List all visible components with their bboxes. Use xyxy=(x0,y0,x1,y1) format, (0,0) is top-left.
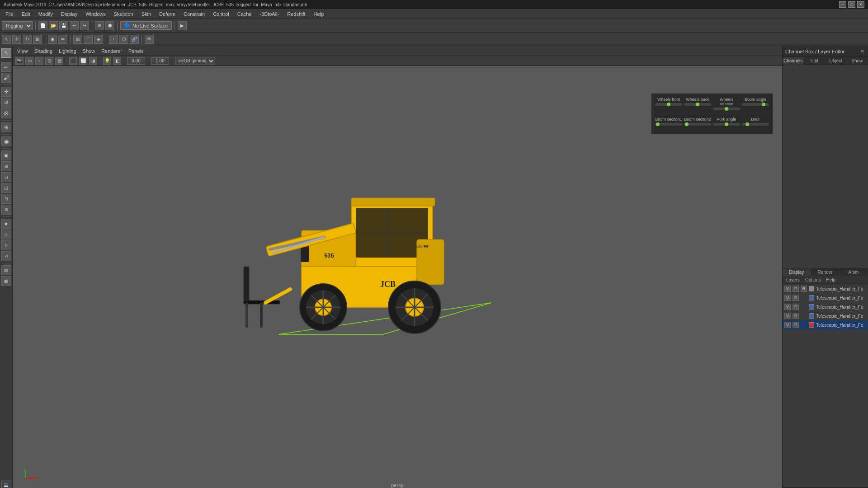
layer-entry-1[interactable]: V P Telescopic_Handler_Fo xyxy=(783,293,868,302)
renderer-menu[interactable]: Renderer xyxy=(99,48,124,54)
cp-dot-fork-angle[interactable] xyxy=(725,122,728,126)
soft-select-lt-button[interactable]: ◉ xyxy=(1,136,11,146)
show-hide-button[interactable]: 👁 xyxy=(145,35,154,44)
rotate-tool-button[interactable]: ↻ xyxy=(23,35,32,44)
right-panel-close-button[interactable]: ✕ xyxy=(859,48,865,54)
cp-slider-boom-angle[interactable] xyxy=(742,103,769,106)
cp-dot-wheels-front[interactable] xyxy=(667,103,670,106)
vt-lights-button[interactable]: 💡 xyxy=(103,57,111,65)
lasso-button[interactable]: ⬰ xyxy=(1,62,11,72)
snap-point-button[interactable]: ◈ xyxy=(94,35,103,44)
cp-dot-wheels-rotation[interactable] xyxy=(725,107,728,111)
anim-btn-2[interactable]: ◇ xyxy=(1,230,11,239)
cp-slider-wheels-back[interactable] xyxy=(684,103,711,106)
ik-button[interactable]: 🔗 xyxy=(130,35,139,44)
select-tool-button[interactable]: ⊕ xyxy=(95,21,104,30)
arrow-select-button[interactable]: ↖ xyxy=(2,35,11,44)
cp-slider-boom-section2[interactable] xyxy=(684,123,711,126)
cp-dot-wheels-back[interactable] xyxy=(696,103,699,106)
cp-slider-wheels-front[interactable] xyxy=(655,103,682,106)
render-button[interactable]: ▶ xyxy=(178,21,187,30)
menu-item-dtoall[interactable]: -3DtoAll- xyxy=(256,10,283,18)
subtab-display[interactable]: Display xyxy=(783,268,811,276)
view-menu[interactable]: View xyxy=(15,48,30,54)
layer-color[interactable] xyxy=(809,304,814,310)
cp-dot-boom-section1[interactable] xyxy=(656,122,660,126)
cp-slider-fork-angle[interactable] xyxy=(713,123,740,126)
vt-gate-button[interactable]: ▫ xyxy=(35,57,43,65)
anim-btn-4[interactable]: ⊲ xyxy=(1,251,11,261)
paint-select-button[interactable]: ✏ xyxy=(58,35,67,44)
vt-shading-button[interactable]: ⬛ xyxy=(69,57,77,65)
layer-subtab-layers[interactable]: Layers xyxy=(784,276,802,284)
undo-button[interactable]: ↩ xyxy=(70,21,79,30)
subtab-anim[interactable]: Anim xyxy=(840,268,868,276)
subtab-render[interactable]: Render xyxy=(811,268,840,276)
shading-menu[interactable]: Shading xyxy=(33,48,54,54)
viewport-canvas[interactable]: Wheels front Wheels back Wheels rotation xyxy=(13,66,782,488)
menu-item-file[interactable]: File xyxy=(2,10,17,18)
script-editor-button[interactable]: 💻 xyxy=(1,480,11,488)
layer-btn-3[interactable]: ⊡ xyxy=(1,172,11,182)
vt-wire-button[interactable]: ⬜ xyxy=(79,57,87,65)
mode-dropdown[interactable]: Rigging xyxy=(2,21,33,30)
anim-btn-1[interactable]: ◆ xyxy=(1,219,11,229)
open-file-button[interactable]: 📂 xyxy=(49,21,58,30)
menu-item-skin[interactable]: Skin xyxy=(138,10,155,18)
menu-item-deform[interactable]: Deform xyxy=(156,10,179,18)
vt-val2-input[interactable] xyxy=(151,57,169,65)
tab-show[interactable]: Show xyxy=(847,57,868,65)
lighting-menu[interactable]: Lighting xyxy=(57,48,78,54)
menu-item-modify[interactable]: Modify xyxy=(35,10,57,18)
menu-item-control[interactable]: Control xyxy=(209,10,232,18)
layer-btn-5[interactable]: ⊟ xyxy=(1,194,11,204)
cp-slider-door[interactable] xyxy=(742,123,769,126)
menu-item-edit[interactable]: Edit xyxy=(18,10,34,18)
new-file-button[interactable]: 📄 xyxy=(38,21,47,30)
menu-item-display[interactable]: Display xyxy=(57,10,81,18)
menu-item-help[interactable]: Help xyxy=(310,10,328,18)
paint-button[interactable]: 🖌 xyxy=(1,73,11,83)
layer-btn-2[interactable]: ⊞ xyxy=(1,161,11,171)
vt-smooth-button[interactable]: ◑ xyxy=(89,57,97,65)
layer-entry-0[interactable]: V P R Telescopic_Handler_Fo xyxy=(783,284,868,293)
snap-curve-button[interactable]: ⌒ xyxy=(84,35,93,44)
tab-object[interactable]: Object xyxy=(826,57,847,65)
show-menu[interactable]: Show xyxy=(81,48,97,54)
cp-dot-boom-section2[interactable] xyxy=(685,122,689,126)
layer-entry-4[interactable]: V P Telescopic_Handler_Fo xyxy=(783,320,868,329)
joint-button[interactable]: ⬡ xyxy=(119,35,128,44)
vt-val1-input[interactable] xyxy=(127,57,145,65)
scale-tool-button[interactable]: ⊞ xyxy=(33,35,42,44)
layer-subtab-help[interactable]: Help xyxy=(824,276,837,284)
layer-entry-3[interactable]: V P Telescopic_Handler_Fo xyxy=(783,311,868,320)
layer-btn-4[interactable]: ◫ xyxy=(1,183,11,193)
lasso-tool-button[interactable]: ⬟ xyxy=(105,21,114,30)
layer-r-btn[interactable]: R xyxy=(801,286,807,292)
layer-v-btn[interactable]: V xyxy=(784,322,791,328)
cp-dot-boom-angle[interactable] xyxy=(762,103,765,106)
menu-item-windows[interactable]: Windows xyxy=(82,10,109,18)
show-manip-button[interactable]: ⊕ xyxy=(1,122,11,132)
close-button[interactable]: ✕ xyxy=(857,1,864,8)
layer-btn-6[interactable]: ⊞ xyxy=(1,205,11,215)
menu-item-cache[interactable]: Cache xyxy=(234,10,255,18)
layer-color[interactable] xyxy=(809,322,814,328)
live-surface-button[interactable]: 🔵 No Live Surface xyxy=(120,21,172,30)
save-file-button[interactable]: 💾 xyxy=(59,21,68,30)
menu-item-constrain[interactable]: Constrain xyxy=(180,10,208,18)
snap-grid-button[interactable]: ⊞ xyxy=(73,35,82,44)
layer-v-btn[interactable]: V xyxy=(784,304,791,310)
tab-edit[interactable]: Edit xyxy=(804,57,825,65)
scale-lt-button[interactable]: ⊠ xyxy=(1,108,11,118)
layer-color[interactable] xyxy=(809,286,814,291)
menu-item-skeleton[interactable]: Skeleton xyxy=(110,10,137,18)
vt-shadow-button[interactable]: ◧ xyxy=(113,57,121,65)
extra-btn-2[interactable]: ▦ xyxy=(1,276,11,286)
move-lt-button[interactable]: ✛ xyxy=(1,87,11,97)
select-button[interactable]: ↖ xyxy=(1,48,11,58)
cp-slider-boom-section1[interactable] xyxy=(655,123,682,126)
rotate-lt-button[interactable]: ↺ xyxy=(1,98,11,108)
layer-p-btn[interactable]: P xyxy=(793,295,799,301)
vt-hud-button[interactable]: ▤ xyxy=(55,57,63,65)
